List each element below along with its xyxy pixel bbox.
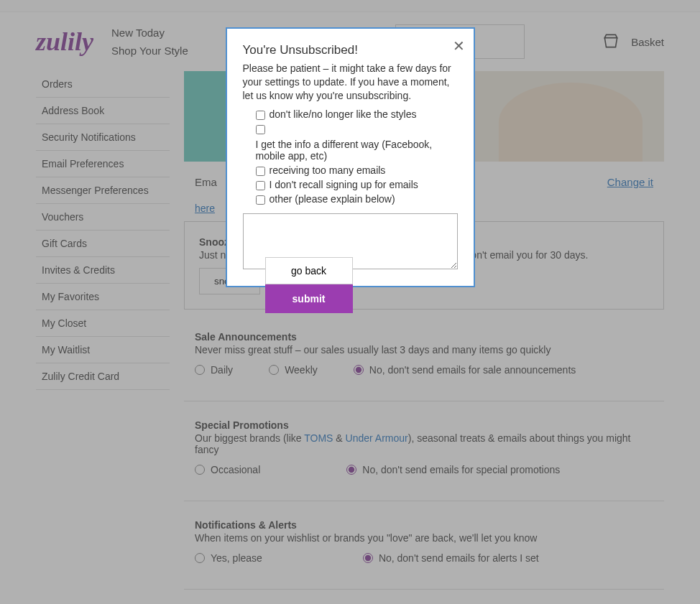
reason-label: don't like/no longer like the styles bbox=[270, 108, 417, 120]
reason-checkbox-dont-recall[interactable] bbox=[256, 181, 265, 190]
unsubscribe-modal: ✕ You're Unsubscribed! Please be patient… bbox=[226, 27, 475, 287]
reason-checkbox-other[interactable] bbox=[256, 195, 265, 205]
reason-label: other (please explain below) bbox=[270, 193, 395, 205]
reason-label: receiving too many emails bbox=[270, 164, 386, 176]
modal-title: You're Unsubscribed! bbox=[243, 43, 458, 57]
reason-checkbox-too-many[interactable] bbox=[256, 167, 265, 176]
submit-button[interactable]: submit bbox=[265, 284, 353, 313]
modal-text: Please be patient – it might take a few … bbox=[243, 62, 458, 103]
reason-checkbox-styles[interactable] bbox=[256, 111, 265, 120]
modal-overlay: ✕ You're Unsubscribed! Please be patient… bbox=[0, 0, 700, 604]
go-back-button[interactable]: go back bbox=[265, 257, 353, 284]
reason-label: I get the info a different way (Facebook… bbox=[256, 139, 458, 162]
reason-label: I don't recall signing up for emails bbox=[270, 179, 418, 190]
reason-checkbox-other-way[interactable] bbox=[256, 125, 265, 134]
close-icon[interactable]: ✕ bbox=[453, 37, 465, 55]
